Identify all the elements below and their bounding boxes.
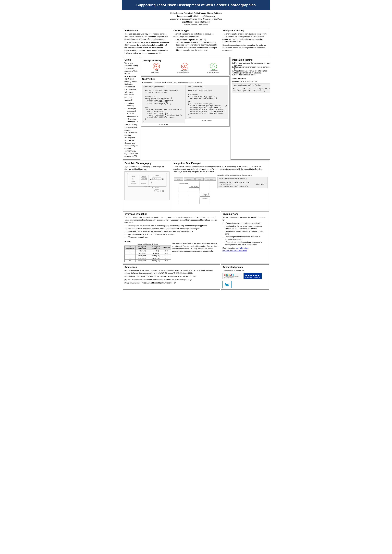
ongoing-item-1: - Generating web service clients dynamic… [225,222,267,224]
svg-text:Travel Agency: Travel Agency [186,179,193,180]
table-row: 14.51 (0.59)4.6 (0.6)0.08 [125,250,171,252]
table-cell: 0.62 [163,260,171,262]
overhead-list: • We compared the execution time of a ch… [125,224,218,238]
header-banner: Supporting Test-Driven Development of We… [122,0,270,10]
integration-circle-icon [181,63,188,70]
svg-text:{reservationID, BRL 2160}: {reservationID, BRL 2160} [189,187,199,188]
table-cell: 4.6 (0.6) [149,250,163,252]
bpmn-diagram: Traveler order trip TravelAgency Airline… [125,171,169,200]
intro-section: Introduction decentralized, scalable way… [123,28,171,56]
int-item-3: Output messages from B are intercepted; [234,70,270,72]
th-executions: # of executions [125,246,135,250]
svg-text:Traveler: Traveler [176,179,180,180]
int-test-example-p1: This example shows a situation where onl… [174,165,267,173]
svg-text:Traveler: Traveler [142,176,146,177]
unit-testing-section: Unit Testing Every operation of each ser… [141,76,230,126]
row2-grid: Goals We aim to develop a testing framew… [122,57,270,160]
ongoing-link[interactable]: More information: http://ccsl.ime.usp.br… [223,247,248,251]
int-item-2: Messages are exchanged between services … [234,66,270,70]
svg-text:Global View: Global View [144,186,150,187]
step-integration-label: Integration [181,70,189,72]
goals-p2: Also, the testing framework shall provid… [125,124,138,158]
table-cell: 19.14 (0.69) [149,255,163,257]
soap-code: class AirlineWSTest { private AirlineWSC… [185,85,228,119]
prototype-title: Our Prototype [174,29,218,32]
step-unit: Unit [153,63,160,72]
table-row: 419.28 (0.77)19.14 (0.69)-0.14 [125,255,171,257]
ack-title: Acknowledgments [223,266,267,268]
step-acceptance-label: Acceptance [209,70,218,72]
code-example-title: Code Example [232,77,270,80]
deja-email: dejan@hpl.hp.com [195,21,210,23]
code-blocks-grid: class TravelAgencyWSTest { BASE_URL = 'l… [142,84,228,125]
rest-code-block: class TravelAgencyWSTest { BASE_URL = 'l… [142,84,185,125]
svg-line-40 [151,181,153,190]
author-lab: Hewlett Packard Laboratories [184,24,208,26]
sequence-diagram: Traveler Travel Agency Acquire New Airli… [174,174,216,209]
th-avg-wo: average w/o monitoring [135,246,149,250]
results-grid: Results Interception Messages Overhead #… [125,239,218,262]
ongoing-item-2: - Manipulating the elements (roles, mess… [225,225,267,230]
svg-text:reserve trip: reserve trip [142,178,146,179]
table-cell: 16 [125,260,135,262]
svg-text:New Airline: New Airline [207,179,213,180]
int-item-5: Collected data is validated. [234,74,270,76]
code-example-label: Testing code of example above: [232,80,270,83]
svg-text:Airline: Airline [132,184,134,185]
svg-text:Traveler: Traveler [131,176,135,177]
ack-logos: CHOReOS Large Scale Choreographies for t… [223,273,267,288]
unit-testing-p1: Every operation of each service particip… [142,81,228,84]
svg-text:book trip: book trip [155,189,159,190]
results-title: Results [125,240,171,243]
integration-testing-section: Integration Testing Developer activates … [231,57,270,159]
int-test-content: Traveler Travel Agency Acquire New Airli… [174,174,267,209]
svg-text:$ 2000: $ 2000 [204,195,206,196]
goals-p1: We aim to develop a testing framework fo… [125,62,138,101]
th-overhead: overhead [163,246,171,250]
step-unit-sublabel: each service [151,72,159,73]
svg-text:Traveler: Traveler [155,187,159,188]
table-row: 29.35 (0.7)9.6 (0.89)0.25 [125,252,171,255]
table-title: Interception Messages Overhead [125,243,171,245]
ongoing-item-4: - Improving the interception and validat… [225,235,267,241]
overhead-item-5: • 30 samples for each one [127,236,218,238]
table-cell: 4.51 (0.59) [135,250,149,252]
svg-text:Acquirer/Airline: Acquirer/Airline [154,191,160,192]
table-row: 838.51 (0.86)38.38 (0.54)-0.13 [125,257,171,260]
svg-text:✕: ✕ [149,179,151,181]
int-test-example-title: Integration Test Example [174,162,267,165]
intro-p1: decentralized, scalable way of composing… [125,33,169,41]
bpmn-svg: Traveler order trip TravelAgency Airline… [126,172,168,199]
svg-text:cancel trip reservation: cancel trip reservation [152,177,161,178]
overhead-p1: The integration testing approach must co… [125,216,218,224]
ongoing-p1: We are extending our prototype by provid… [223,216,267,221]
svg-line-39 [151,179,152,180]
overhead-note-block: The overhead is smaller than the standar… [172,239,218,262]
author-block: Felipe Besson, Pedro Leal, Fabio Kon and… [122,12,270,26]
goals-item-2: - Messages exchanged within the choreogr… [127,107,138,118]
table-cell: 38.38 (0.54) [149,257,163,260]
step-unit-label: Unit [155,70,158,72]
ack-p1: This research is funded by: [223,269,267,272]
intro-title: Introduction [125,29,169,32]
overhead-table: # of executions average w/o monitoring a… [125,246,171,262]
overhead-item-1: • We compared the execution time of a ch… [127,224,218,227]
ongoing-section: Ongoing work We are extending our protot… [221,211,269,263]
ongoing-item-5: - Automating the deployment and enactmen… [225,241,267,246]
row4-grid: Overhead Evaluation The integration test… [122,211,270,265]
goals-item-1: - Isolated services; [127,102,138,107]
row3-grid: Book Trip Choreography A global view of … [122,160,270,211]
steps-section: The steps of testing Unit [141,57,230,76]
steps-row: Unit Integration Acceptance [142,63,228,72]
row5-grid: References [1] G. Canfora and M. Di Pent… [122,264,270,291]
svg-point-38 [162,190,163,191]
table-cell: 9.35 (0.7) [135,252,149,255]
prototype-p1: This work represents our first efforts t… [174,33,218,38]
page-title: Supporting Test-Driven Development of We… [125,3,267,7]
overhead-title: Overhead Evaluation [125,213,218,215]
choreos-name: CHOReOS [224,274,240,276]
sequence-svg: Traveler Travel Agency Acquire New Airli… [174,174,216,209]
ongoing-item-3: - Mocking third-party services and chore… [225,230,267,235]
svg-text:Airline: Airline [156,180,158,180]
steps-sublabels: each service messages exchanged entire c… [142,72,228,73]
